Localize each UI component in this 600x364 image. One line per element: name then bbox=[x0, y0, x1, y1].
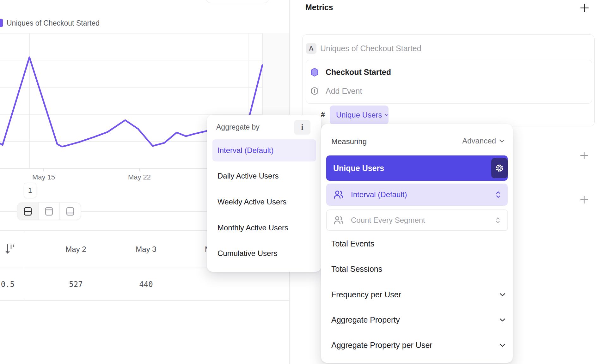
settings-button[interactable] bbox=[491, 158, 508, 178]
info-icon: i bbox=[301, 123, 303, 132]
measuring-option-label: Total Events bbox=[331, 239, 374, 248]
count-segment-label: Count Every Segment bbox=[351, 216, 425, 225]
aggregate-by-title: Aggregate by bbox=[216, 123, 260, 131]
advanced-mode-toggle[interactable]: Advanced bbox=[454, 136, 505, 146]
layout-chart-only-button[interactable] bbox=[39, 203, 59, 220]
metrics-panel-title: Metrics bbox=[305, 3, 333, 12]
sort-icon[interactable] bbox=[5, 244, 15, 255]
x-tick-label-may22: May 22 bbox=[128, 173, 151, 181]
aggregate-option-wau[interactable]: Weekly Active Users bbox=[212, 192, 316, 211]
measuring-option-total-sessions[interactable]: Total Sessions bbox=[326, 260, 508, 278]
aggregate-option-cumulative[interactable]: Cumulative Users bbox=[212, 244, 316, 263]
table-row-label: 0.5 bbox=[0, 280, 15, 289]
split-view-icon bbox=[22, 206, 33, 217]
chevron-down-icon bbox=[499, 293, 505, 297]
measuring-option-label: Aggregate Property bbox=[331, 315, 400, 325]
aggregate-option-label: Weekly Active Users bbox=[217, 197, 286, 206]
insights-report-screen: Uniques of Checkout Started bbox=[0, 0, 600, 364]
aggregate-option-dau[interactable]: Daily Active Users bbox=[212, 167, 316, 185]
add-metric-button[interactable] bbox=[580, 3, 589, 12]
layout-table-only-button[interactable] bbox=[60, 203, 81, 220]
chart-view-icon bbox=[44, 206, 54, 217]
metric-name[interactable]: Uniques of Checkout Started bbox=[320, 44, 421, 53]
annotation-badge[interactable]: 1 bbox=[24, 183, 36, 198]
x-tick-label-may15: May 15 bbox=[32, 173, 55, 181]
advanced-label: Advanced bbox=[462, 136, 496, 145]
measuring-option-aggregate-property-per-user[interactable]: Aggregate Property per User bbox=[326, 336, 508, 354]
measuring-option-label: Total Sessions bbox=[331, 264, 382, 274]
measuring-count-segment-row[interactable]: Count Every Segment bbox=[326, 209, 508, 231]
add-event-hexagon-icon bbox=[310, 86, 319, 96]
event-name: Checkout Started bbox=[326, 68, 391, 77]
aggregate-option-label: Interval (Default) bbox=[217, 146, 273, 155]
measuring-selected-row[interactable]: Unique Users bbox=[326, 155, 508, 181]
metric-card: A Uniques of Checkout Started Checkout S… bbox=[302, 34, 595, 126]
info-button[interactable]: i bbox=[294, 120, 310, 135]
table-border-col bbox=[25, 230, 25, 300]
add-breakdown-button[interactable] bbox=[580, 196, 588, 204]
users-icon bbox=[333, 215, 344, 226]
add-filter-button[interactable] bbox=[580, 151, 588, 160]
table-header-may3[interactable]: May 3 bbox=[136, 245, 156, 254]
measuring-option-label: Frequency per User bbox=[331, 290, 401, 299]
measuring-title: Measuring bbox=[331, 137, 367, 146]
measuring-option-frequency[interactable]: Frequency per User bbox=[326, 286, 508, 303]
measuring-option-aggregate-property[interactable]: Aggregate Property bbox=[326, 311, 508, 329]
aggregate-option-label: Monthly Active Users bbox=[217, 223, 288, 232]
add-event-row[interactable]: Add Event bbox=[310, 83, 585, 99]
users-icon bbox=[333, 189, 344, 200]
aggregate-by-popover: Aggregate by i Interval (Default) Daily … bbox=[207, 115, 321, 272]
layout-toggle-group bbox=[17, 203, 81, 220]
metric-letter-badge: A bbox=[306, 43, 316, 54]
counting-method-chip[interactable]: Unique Users bbox=[330, 106, 389, 124]
measuring-selected-label: Unique Users bbox=[333, 164, 384, 173]
measuring-interval-row[interactable]: Interval (Default) bbox=[326, 184, 508, 206]
table-border-bottom bbox=[0, 300, 289, 301]
event-row[interactable]: Checkout Started bbox=[310, 64, 585, 80]
chevron-down-icon bbox=[499, 343, 505, 347]
event-hexagon-icon bbox=[310, 68, 319, 77]
aggregate-option-label: Cumulative Users bbox=[217, 249, 277, 258]
table-cell-may2: 527 bbox=[69, 280, 83, 289]
select-updown-icon bbox=[496, 191, 501, 198]
measuring-popover: Measuring Advanced Unique Users bbox=[321, 124, 513, 363]
chevron-down-icon bbox=[499, 318, 505, 322]
select-updown-icon bbox=[496, 217, 500, 223]
counting-method-label: Unique Users bbox=[336, 111, 382, 119]
aggregate-option-interval[interactable]: Interval (Default) bbox=[212, 139, 316, 161]
top-toolbar-button[interactable] bbox=[206, 0, 269, 3]
layout-split-button[interactable] bbox=[17, 203, 38, 220]
measuring-option-label: Aggregate Property per User bbox=[331, 341, 432, 350]
interval-row-label: Interval (Default) bbox=[351, 190, 407, 199]
table-cell-may3: 440 bbox=[139, 280, 153, 289]
chevron-down-icon bbox=[499, 139, 505, 143]
gear-icon bbox=[495, 164, 504, 173]
event-card: Checkout Started Add Event bbox=[306, 60, 592, 104]
chevron-down-icon bbox=[385, 113, 389, 117]
table-view-icon bbox=[65, 206, 76, 217]
aggregate-option-mau[interactable]: Monthly Active Users bbox=[212, 218, 316, 237]
aggregate-option-label: Daily Active Users bbox=[217, 172, 279, 180]
add-event-label: Add Event bbox=[326, 87, 362, 96]
measuring-option-total-events[interactable]: Total Events bbox=[326, 235, 508, 252]
table-header-may2[interactable]: May 2 bbox=[65, 245, 86, 254]
metric-type-symbol: # bbox=[321, 111, 325, 119]
